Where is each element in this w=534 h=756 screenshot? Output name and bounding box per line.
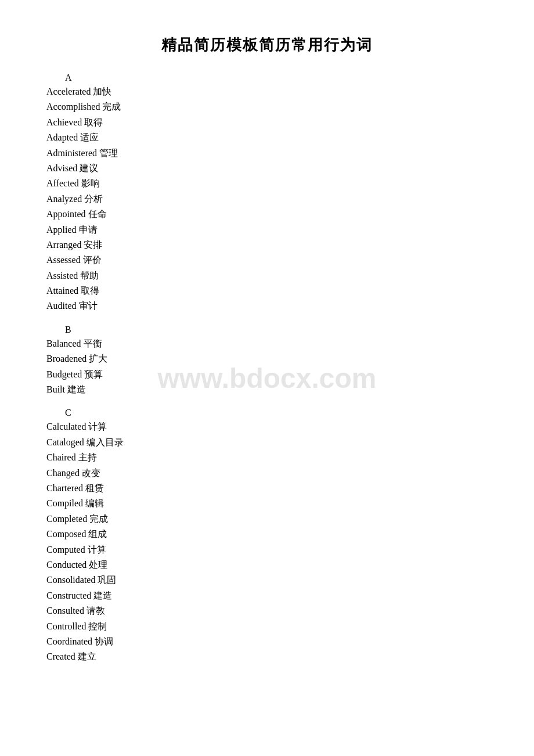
word-item-0-11: Assessed 评价 — [46, 253, 488, 268]
word-item-0-8: Appointed 任命 — [46, 207, 488, 222]
word-item-1-0: Balanced 平衡 — [46, 336, 488, 351]
word-item-0-6: Affected 影响 — [46, 176, 488, 191]
section-letter-A: A — [46, 73, 488, 83]
word-item-1-1: Broadened 扩大 — [46, 351, 488, 366]
word-item-0-0: Accelerated 加快 — [46, 84, 488, 99]
word-item-2-9: Conducted 处理 — [46, 557, 488, 573]
word-item-2-3: Changed 改变 — [46, 466, 488, 481]
content-area: AAccelerated 加快Accomplished 完成Achieved 取… — [46, 73, 488, 665]
word-item-2-14: Coordinated 协调 — [46, 634, 488, 649]
page-title: 精品简历模板简历常用行为词 — [46, 35, 488, 55]
word-item-0-2: Achieved 取得 — [46, 115, 488, 130]
section-letter-B: B — [46, 325, 488, 335]
word-item-2-12: Consulted 请教 — [46, 603, 488, 618]
word-item-1-2: Budgeted 预算 — [46, 367, 488, 382]
word-item-2-1: Cataloged 编入目录 — [46, 435, 488, 450]
word-item-2-6: Completed 完成 — [46, 512, 488, 527]
word-item-2-13: Controlled 控制 — [46, 619, 488, 634]
word-item-2-7: Composed 组成 — [46, 527, 488, 542]
word-item-0-12: Assisted 帮助 — [46, 268, 488, 283]
word-item-0-4: Administered 管理 — [46, 146, 488, 161]
word-item-2-2: Chaired 主持 — [46, 450, 488, 465]
word-item-2-5: Compiled 编辑 — [46, 496, 488, 511]
word-item-0-5: Advised 建议 — [46, 161, 488, 176]
word-item-2-0: Calculated 计算 — [46, 419, 488, 434]
word-item-0-14: Audited 审计 — [46, 298, 488, 314]
word-item-2-4: Chartered 租赁 — [46, 481, 488, 496]
word-item-2-10: Consolidated 巩固 — [46, 573, 488, 588]
word-item-2-11: Constructed 建造 — [46, 588, 488, 603]
word-item-1-3: Built 建造 — [46, 382, 488, 397]
word-item-0-9: Applied 申请 — [46, 222, 488, 237]
section-letter-C: C — [46, 408, 488, 418]
word-item-0-1: Accomplished 完成 — [46, 99, 488, 114]
word-item-0-13: Attained 取得 — [46, 283, 488, 298]
word-item-2-15: Created 建立 — [46, 649, 488, 664]
word-item-0-7: Analyzed 分析 — [46, 192, 488, 207]
word-item-0-10: Arranged 安排 — [46, 237, 488, 253]
word-item-0-3: Adapted 适应 — [46, 130, 488, 145]
word-item-2-8: Computed 计算 — [46, 542, 488, 557]
